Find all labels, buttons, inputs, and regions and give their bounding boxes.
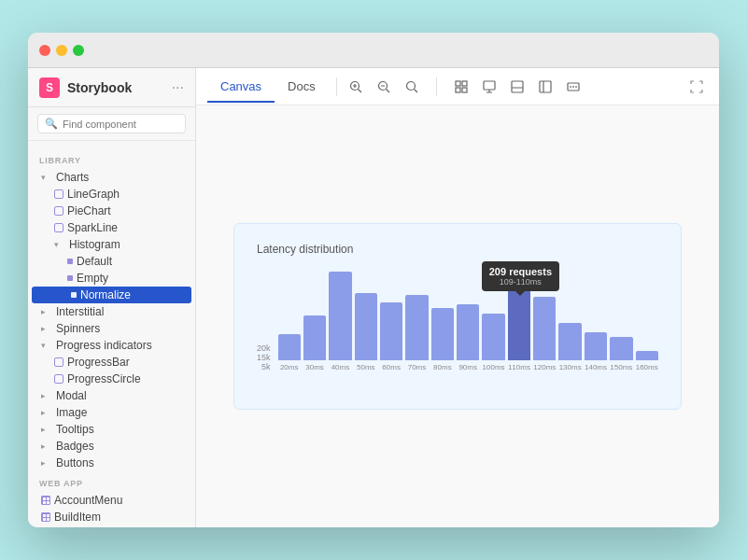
toolbar-separator (336, 77, 337, 96)
tree-item-label: Image (56, 406, 87, 419)
x-labels: 20ms30ms40ms50ms60ms70ms80ms90ms100ms110… (278, 363, 658, 371)
app-title: Storybook (67, 80, 164, 95)
tree-item-accountmenu[interactable]: AccountMenu (28, 492, 195, 509)
story-dot-icon (67, 259, 73, 264)
tab-docs[interactable]: Docs (275, 72, 329, 103)
tree-item-default[interactable]: Default (28, 253, 195, 270)
tree-item-charts[interactable]: ▾Charts (28, 169, 195, 186)
grid-icon (41, 512, 50, 522)
x-axis-label: 80ms (431, 363, 454, 371)
chevron-down-icon: ▾ (41, 341, 52, 350)
bars-row (278, 267, 658, 360)
histogram-bar[interactable] (636, 351, 658, 360)
histogram-bar[interactable] (355, 293, 377, 360)
tree-item-badges[interactable]: ▸Badges (28, 438, 195, 455)
tree-item-builditem[interactable]: BuildItem (28, 509, 195, 525)
x-axis-label: 140ms (585, 363, 607, 371)
tree-item-label: Charts (56, 171, 89, 184)
sidebar-header: S Storybook ··· (28, 68, 195, 107)
histogram-bar[interactable] (558, 323, 581, 360)
tree-item-label: BuildItem (54, 511, 101, 524)
tree-item-linegraph[interactable]: LineGraph (28, 186, 195, 203)
tree-item-label: Modal (56, 389, 87, 402)
x-axis-label: 40ms (329, 363, 351, 371)
tree-item-progress-indicators[interactable]: ▾Progress indicators (28, 337, 195, 354)
story-dot-icon (71, 292, 77, 298)
tree-section-label: WEB APP (28, 471, 195, 492)
histogram-bar[interactable] (405, 295, 428, 360)
tree-item-buttons[interactable]: ▸Buttons (28, 455, 195, 471)
histogram-bar[interactable] (329, 272, 351, 360)
histogram-bar[interactable] (533, 297, 556, 360)
component-icon (54, 223, 63, 232)
tree-item-label: Progress indicators (56, 339, 152, 352)
tree-item-label: Spinners (56, 322, 100, 335)
histogram-bar[interactable] (431, 308, 454, 360)
tree-item-label: Tooltips (56, 423, 94, 436)
tree-item-sparkline[interactable]: SparkLine (28, 219, 195, 236)
chevron-right-icon: ▸ (41, 391, 52, 400)
x-axis-label: 100ms (482, 363, 504, 371)
x-axis-label: 70ms (405, 363, 428, 371)
tree-item-progressbar[interactable]: ProgressBar (28, 354, 195, 371)
titlebar (28, 33, 719, 68)
app-body: S Storybook ··· 🔍 / LIBRARY▾ChartsLineGr… (28, 68, 719, 527)
toolbar-separator-2 (436, 77, 437, 96)
tab-canvas[interactable]: Canvas (207, 72, 275, 103)
tree-item-label: Empty (77, 272, 108, 285)
tree-item-interstitial[interactable]: ▸Interstitial (28, 303, 195, 320)
histogram-bar[interactable] (482, 314, 504, 360)
x-axis-label: 20ms (278, 363, 301, 371)
histogram-bar[interactable] (278, 334, 301, 360)
histogram-bar[interactable] (457, 304, 479, 360)
y-axis-label: 5k (257, 362, 271, 371)
minimize-button[interactable] (56, 45, 67, 56)
tree-item-tooltips[interactable]: ▸Tooltips (28, 421, 195, 438)
tree-item-piechart[interactable]: PieChart (28, 203, 195, 219)
panel-button[interactable] (506, 76, 529, 98)
tree-item-label: Normalize (80, 288, 131, 301)
tree-item-label: Interstitial (56, 305, 104, 318)
x-axis-label: 50ms (355, 363, 377, 371)
histogram-bar[interactable] (508, 267, 530, 360)
chevron-right-icon: ▸ (41, 324, 52, 333)
tree-item-image[interactable]: ▸Image (28, 404, 195, 421)
y-axis-label: 20k (257, 343, 271, 353)
svg-rect-13 (484, 81, 495, 90)
zoom-out-button[interactable] (373, 76, 395, 98)
tree-item-empty[interactable]: Empty (28, 270, 195, 287)
tree-item-histogram[interactable]: ▾Histogram (28, 236, 195, 253)
search-input[interactable] (63, 119, 191, 130)
svg-rect-9 (456, 81, 460, 86)
tree-item-label: ProgressCircle (67, 372, 141, 385)
shortcuts-button[interactable] (562, 76, 585, 98)
zoom-in-button[interactable] (345, 76, 367, 98)
toolbar-icons (345, 76, 685, 98)
sidebar-panel-button[interactable] (534, 76, 557, 98)
tree-item-modal[interactable]: ▸Modal (28, 387, 195, 404)
histogram-bar[interactable] (303, 315, 326, 360)
more-options-button[interactable]: ··· (172, 79, 184, 96)
tree-item-label: Buttons (56, 456, 94, 469)
zoom-reset-button[interactable] (401, 76, 423, 98)
histogram-bar[interactable] (610, 337, 632, 360)
y-axis-label: 15k (257, 353, 271, 362)
tree-item-buildlist[interactable]: BuildList (28, 525, 195, 527)
tree-item-label: Histogram (69, 238, 120, 251)
app-window: S Storybook ··· 🔍 / LIBRARY▾ChartsLineGr… (28, 33, 719, 527)
histogram-bar[interactable] (585, 332, 607, 360)
preview-button[interactable] (478, 76, 500, 98)
tree-item-normalize[interactable]: Normalize (32, 287, 191, 303)
maximize-button[interactable] (73, 45, 84, 56)
grid-button[interactable] (450, 76, 472, 98)
svg-rect-12 (462, 88, 467, 92)
close-button[interactable] (39, 45, 50, 56)
x-axis-label: 110ms (508, 363, 530, 371)
chevron-right-icon: ▸ (41, 441, 52, 451)
tree-item-progresscircle[interactable]: ProgressCircle (28, 371, 195, 387)
fullscreen-button[interactable] (685, 76, 708, 98)
svg-rect-16 (512, 81, 523, 92)
histogram-bar[interactable] (380, 302, 402, 360)
search-box: 🔍 / (28, 107, 195, 141)
tree-item-spinners[interactable]: ▸Spinners (28, 320, 195, 337)
